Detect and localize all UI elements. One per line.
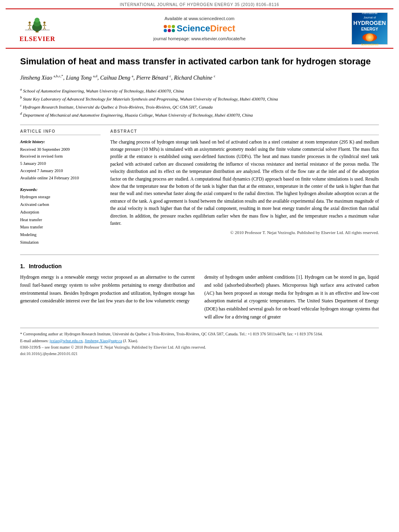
keyword-hydrogen-storage: Hydrogen storage: [20, 193, 101, 201]
revised-date-2: 5 January 2010: [20, 160, 101, 167]
issn-line: 0360-3199/$ – see front matter © 2010 Pr…: [20, 344, 379, 351]
keyword-simulation: Simulation: [20, 239, 101, 246]
intro-col-left: Hydrogen energy is a renewable energy ve…: [20, 273, 195, 321]
available-date: Available online 24 February 2010: [20, 175, 101, 182]
available-at-text: Available at www.sciencedirect.com: [64, 16, 335, 21]
article-content: Simulation of heat and mass transfer in …: [0, 56, 399, 321]
accepted-date: Accepted 7 January 2010: [20, 167, 101, 175]
elsevier-tree-icon: [23, 14, 51, 35]
affil-b: b State Key Laboratory of Advanced Techn…: [20, 94, 379, 103]
abstract-text: The charging process of hydrogen storage…: [110, 138, 379, 227]
intro-text-right: density of hydrogen under ambient condit…: [204, 273, 379, 321]
journal-banner: ELSEVIER Available at www.sciencedirect.…: [6, 8, 393, 49]
svg-line-8: [29, 27, 30, 29]
keywords-label: Keywords:: [20, 187, 101, 192]
affil-c: c Hydrogen Research Institute, Universit…: [20, 103, 379, 111]
intro-col-right: density of hydrogen under ambient condit…: [204, 273, 379, 321]
sciencedirect-logo: ScienceDirect: [64, 23, 335, 34]
abstract-column: ABSTRACT The charging process of hydroge…: [110, 129, 379, 246]
doi-section: 0360-3199/$ – see front matter © 2010 Pr…: [0, 344, 399, 357]
introduction-section: 1. Introduction Hydrogen energy is a ren…: [20, 263, 379, 321]
sd-dots-icon: [164, 25, 175, 32]
cover-graphic: [362, 33, 377, 41]
keyword-adsorption: Adsorption: [20, 209, 101, 216]
footer-divider: [20, 328, 379, 328]
affil-d: d Department of Mechanical and Automotiv…: [20, 111, 379, 119]
keyword-activated-carbon: Activated carbon: [20, 201, 101, 209]
keyword-mass-transfer: Mass transfer: [20, 224, 101, 231]
intro-divider: [20, 255, 379, 255]
journal-header: INTERNATIONAL JOURNAL OF HYDROGEN ENERGY…: [0, 0, 399, 8]
intro-text-left: Hydrogen energy is a renewable energy ve…: [20, 273, 195, 305]
affiliations: a School of Automotive Engineering, Wuha…: [20, 86, 379, 119]
svg-point-10: [43, 22, 45, 24]
corresponding-note: * Corresponding author at: Hydrogen Rese…: [20, 331, 379, 337]
elsevier-logo-area: ELSEVIER: [11, 14, 64, 43]
journal-homepage-text: journal homepage: www.elsevier.com/locat…: [64, 36, 335, 41]
intro-heading: 1. Introduction: [20, 263, 379, 269]
svg-line-14: [43, 27, 45, 29]
svg-line-9: [30, 27, 31, 29]
svg-point-3: [35, 18, 39, 23]
email-link-1[interactable]: jsxiao@whut.edu.cn: [49, 339, 82, 343]
cover-title: International Journal of HYDROGEN ENERGY: [354, 11, 386, 32]
authors-line: Jinsheng Xiao a,b,c,*, Liang Tong a,d, C…: [20, 73, 379, 82]
intro-number: 1.: [20, 263, 25, 269]
email-note: E-mail addresses: jsxiao@whut.edu.cn, Ji…: [20, 337, 379, 344]
intro-two-col: Hydrogen energy is a renewable energy ve…: [20, 273, 379, 321]
article-info-abstract: ARTICLE INFO Article history: Received 3…: [20, 129, 379, 246]
keywords-section: Keywords: Hydrogen storage Activated car…: [20, 187, 101, 246]
history-label: Article history:: [20, 138, 101, 145]
footnotes: * Corresponding author at: Hydrogen Rese…: [0, 331, 399, 344]
section-divider: [20, 125, 379, 125]
revised-date: Received in revised form: [20, 153, 101, 160]
email-link-2[interactable]: Jinsheng.Xiao@uqtr.ca: [84, 339, 122, 343]
sciencedirect-text: ScienceDirect: [177, 23, 235, 34]
received-date: Received 30 September 2009: [20, 146, 101, 153]
abstract-header: ABSTRACT: [110, 129, 379, 135]
svg-line-15: [45, 27, 46, 29]
title-section: Simulation of heat and mass transfer in …: [20, 56, 379, 68]
intro-title: Introduction: [29, 263, 62, 269]
keyword-heat-transfer: Heat transfer: [20, 216, 101, 224]
article-info-header: ARTICLE INFO: [20, 129, 101, 135]
elsevier-wordmark: ELSEVIER: [20, 35, 56, 43]
article-title: Simulation of heat and mass transfer in …: [20, 56, 379, 68]
keyword-modeling: Modeling: [20, 231, 101, 239]
affil-a: a School of Automotive Engineering, Wuha…: [20, 86, 379, 94]
article-info-column: ARTICLE INFO Article history: Received 3…: [20, 129, 101, 246]
banner-center: Available at www.sciencedirect.com Scien…: [64, 16, 335, 41]
article-history: Article history: Received 30 September 2…: [20, 138, 101, 182]
journal-cover-area: International Journal of HYDROGEN ENERGY…: [335, 12, 388, 45]
svg-point-4: [29, 22, 31, 24]
copyright-line: © 2010 Professor T. Nejat Veziroglu. Pub…: [110, 230, 379, 235]
journal-cover: International Journal of HYDROGEN ENERGY…: [352, 12, 388, 45]
doi-line: doi:10.1016/j.ijhydene.2010.01.021: [20, 351, 379, 357]
